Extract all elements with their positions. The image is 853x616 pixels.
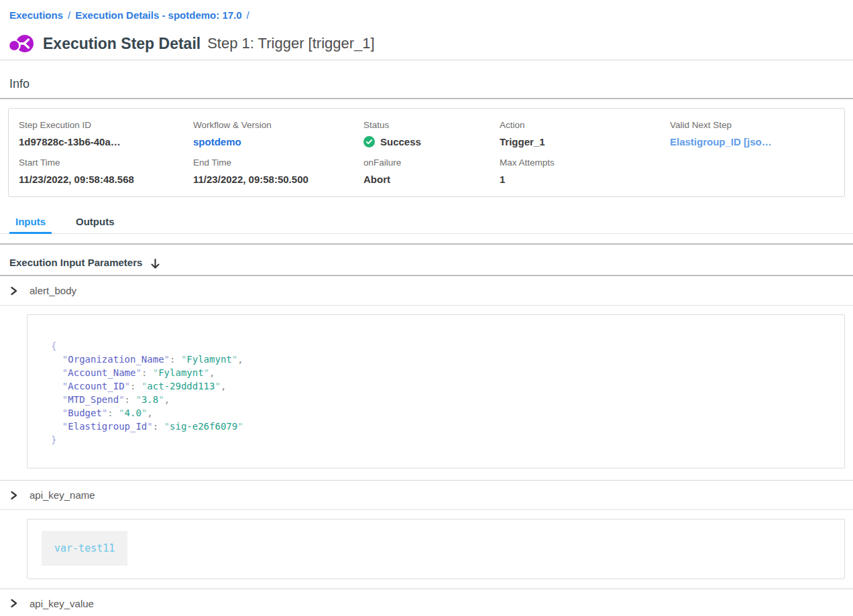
page-title: Execution Step Detail	[43, 35, 201, 53]
next-step-link[interactable]: Elastigroup_ID [jso…	[670, 135, 838, 148]
chevron-right-icon	[9, 491, 18, 500]
field-label: Workflow & Version	[193, 120, 363, 131]
field-max-attempts: Max Attempts 1	[500, 158, 670, 186]
field-label: Step Execution ID	[19, 120, 193, 131]
param-label: alert_body	[30, 285, 76, 296]
chevron-right-icon	[9, 286, 18, 296]
fylamynt-logo-icon	[9, 33, 35, 54]
status-text: Success	[380, 135, 421, 148]
field-label: onFailure	[363, 158, 500, 168]
field-label: Start Time	[19, 158, 193, 168]
divider	[0, 60, 853, 60]
field-status: Status Success	[363, 120, 500, 148]
param-row-alert-body[interactable]: alert_body	[0, 276, 853, 306]
breadcrumb: Executions/Execution Details - spotdemo:…	[0, 0, 853, 22]
page-subtitle: Step 1: Trigger [trigger_1]	[207, 35, 374, 52]
field-label: Max Attempts	[500, 158, 670, 168]
breadcrumb-link-execution-details[interactable]: Execution Details - spotdemo: 17.0	[75, 9, 241, 21]
field-value: 11/23/2022, 09:58:50.500	[193, 173, 363, 186]
field-workflow-version: Workflow & Version spotdemo	[193, 120, 363, 148]
api-key-name-value: var-test11	[42, 531, 127, 566]
param-label: api_key_name	[30, 489, 95, 501]
arrow-down-icon[interactable]	[150, 258, 161, 270]
tab-bar: Inputs Outputs	[0, 214, 853, 234]
tab-outputs[interactable]: Outputs	[70, 214, 121, 233]
field-label: Valid Next Step	[670, 120, 838, 131]
tab-inputs[interactable]: Inputs	[9, 214, 52, 233]
chevron-right-icon	[9, 599, 18, 608]
param-label: api_key_value	[30, 598, 94, 609]
field-label: Action	[500, 120, 670, 131]
divider	[0, 243, 853, 245]
field-valid-next-step: Valid Next Step Elastigroup_ID [jso…	[670, 120, 838, 148]
field-onfailure: onFailure Abort	[363, 158, 500, 186]
workflow-link[interactable]: spotdemo	[193, 135, 363, 148]
field-value: Trigger_1	[500, 135, 670, 148]
param-row-api-key-name[interactable]: api_key_name	[0, 481, 853, 510]
breadcrumb-separator: /	[68, 9, 70, 21]
divider	[0, 98, 853, 99]
field-start-time: Start Time 11/23/2022, 09:58:48.568	[19, 158, 193, 186]
field-value: 11/23/2022, 09:58:48.568	[19, 173, 193, 186]
field-label: End Time	[193, 158, 363, 168]
breadcrumb-separator: /	[247, 9, 249, 21]
json-code: { "Organization_Name": "Fylamynt", "Acco…	[51, 339, 831, 446]
breadcrumb-link-executions[interactable]: Executions	[9, 9, 63, 21]
page-header: Execution Step Detail Step 1: Trigger [t…	[9, 32, 844, 55]
param-row-api-key-value[interactable]: api_key_value	[0, 589, 853, 616]
info-card: Step Execution ID 1d97828c-13b6-40a… Wor…	[8, 108, 845, 197]
field-value: 1d97828c-13b6-40a…	[19, 135, 193, 148]
execution-input-parameters-header: Execution Input Parameters	[0, 253, 853, 271]
info-section-heading: Info	[9, 76, 844, 91]
field-end-time: End Time 11/23/2022, 09:58:50.500	[193, 158, 363, 186]
api-key-name-value-panel: var-test11	[27, 519, 845, 579]
field-value: Abort	[363, 173, 500, 186]
field-value: 1	[500, 173, 670, 186]
alert-body-json-panel: { "Organization_Name": "Fylamynt", "Acco…	[27, 314, 845, 469]
field-empty	[670, 158, 838, 186]
status-badge: Success	[363, 135, 500, 148]
field-label: Status	[363, 120, 500, 131]
execution-input-parameters-label: Execution Input Parameters	[9, 257, 142, 268]
field-action: Action Trigger_1	[500, 120, 670, 148]
success-check-icon	[363, 136, 375, 147]
field-step-execution-id: Step Execution ID 1d97828c-13b6-40a…	[19, 120, 193, 148]
